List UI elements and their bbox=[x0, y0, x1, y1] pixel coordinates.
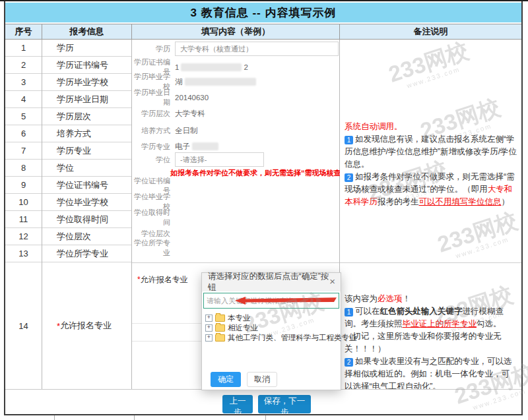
value-prefix: 1 bbox=[175, 63, 179, 71]
content-upper-section: 学历 大学专科（核查通过） 学历证书编号 12 学历毕业学校 湖 学历毕业日期 … bbox=[132, 40, 339, 262]
save-next-step-button[interactable]: 保存，下一步 bbox=[258, 395, 311, 413]
row-label: 学历专业 bbox=[42, 142, 131, 160]
major-tree: + 本专业 + 相近专业 + 其他工学门类、管理科学与工程类专业 bbox=[205, 313, 337, 343]
note-text: 该内容为 bbox=[345, 294, 378, 303]
value-prefix: 电子 bbox=[175, 142, 190, 152]
tree-item-own-major[interactable]: + 本专业 bbox=[205, 313, 337, 323]
row-number: 11 bbox=[5, 211, 42, 228]
row-label: 学历证书编号 bbox=[42, 57, 131, 74]
column-remark: 系统自动调用。 1如发现信息有误，建议点击报名系统左侧“学历信息维护/学位信息维… bbox=[340, 40, 522, 389]
tree-item-label: 相近专业 bbox=[228, 323, 258, 333]
note-red-text: 必选项 bbox=[378, 294, 403, 303]
remark-lower-section: 该内容为必选项！ 1可以在红色箭头处输入关键字进行模糊查询。考生须按照毕业证上的… bbox=[340, 262, 522, 389]
page: 3 教育信息 -- 内容填写示例 序号 报考信息 填写内容（举例） 备注说明 1… bbox=[0, 0, 528, 420]
red-arrow-annotation bbox=[234, 296, 338, 305]
previous-step-button[interactable]: 上一步 bbox=[222, 395, 253, 413]
remark-upper-section: 系统自动调用。 1如发现信息有误，建议点击报名系统左侧“学历信息维护/学位信息维… bbox=[340, 40, 522, 262]
row-label: 学历毕业学校 bbox=[42, 74, 131, 91]
note-text: ） bbox=[502, 197, 510, 206]
row-label: 学位 bbox=[42, 160, 131, 177]
folder-icon bbox=[215, 334, 225, 342]
badge-2-icon: 2 bbox=[345, 173, 353, 182]
row-number: 7 bbox=[5, 142, 42, 160]
table-header-row: 序号 报考信息 填写内容（举例） 备注说明 bbox=[5, 24, 521, 40]
field-label: 学历毕业日期 bbox=[132, 88, 175, 107]
top-border bbox=[0, 0, 528, 1]
remark-note-lower: 该内容为必选项！ 1可以在红色箭头处输入关键字进行模糊查询。考生须按照毕业证上的… bbox=[345, 293, 517, 393]
row-label: 允许报名专业 bbox=[60, 320, 112, 332]
expand-plus-icon[interactable]: + bbox=[205, 315, 213, 322]
row-label: 学历层次 bbox=[42, 108, 131, 125]
row-number: 14 bbox=[5, 262, 42, 389]
field-label: 学历 bbox=[132, 44, 175, 54]
field-label: 学位所学专业 bbox=[132, 238, 175, 258]
header-remark: 备注说明 bbox=[340, 24, 521, 39]
page-title: 3 教育信息 -- 内容填写示例 bbox=[5, 3, 521, 22]
field-value: 20140630 bbox=[175, 94, 209, 102]
confirm-button[interactable]: 确定 bbox=[211, 372, 241, 387]
note-heading: 系统自动调用。 bbox=[345, 122, 403, 131]
tree-item-label: 本专业 bbox=[228, 313, 251, 323]
field-label: 学位层次 bbox=[132, 229, 175, 239]
field-value: 大学专科 bbox=[175, 109, 205, 119]
degree-input[interactable]: 大学专科（核查通过） bbox=[175, 42, 339, 56]
badge-2-icon: 2 bbox=[345, 358, 353, 367]
header-content: 填写内容（举例） bbox=[132, 24, 340, 39]
note-text: 可以在 bbox=[355, 307, 380, 316]
row-label: 学位层次 bbox=[42, 228, 131, 245]
row-label: 学历 bbox=[42, 40, 131, 57]
row-label-required: *允许报名专业 bbox=[42, 262, 131, 389]
field-value: 全日制 bbox=[175, 126, 198, 136]
major-select-dialog: 请选择对应的数据后点击“确定”按钮 × + 本专业 + 相近专业 + 其他工学门… bbox=[201, 272, 341, 390]
cancel-button[interactable]: 取消 bbox=[247, 372, 277, 387]
field-label: 学位 bbox=[132, 155, 175, 165]
close-icon[interactable]: × bbox=[329, 276, 335, 287]
header-seq: 序号 bbox=[5, 24, 42, 39]
step-button-bar: 上一步 保存，下一步 bbox=[5, 389, 521, 414]
field-value: 12 bbox=[175, 63, 248, 71]
row-number: 9 bbox=[5, 177, 42, 194]
row-label: 培养方式 bbox=[42, 125, 131, 142]
row-number: 8 bbox=[5, 160, 42, 177]
row-number: 4 bbox=[5, 91, 42, 108]
degree-select[interactable]: -请选择- bbox=[175, 152, 264, 167]
tree-item-label: 其他工学门类、管理科学与工程类专业 bbox=[228, 333, 357, 343]
expand-plus-icon[interactable]: + bbox=[205, 324, 213, 332]
row-number: 12 bbox=[5, 228, 42, 245]
row-number: 6 bbox=[5, 125, 42, 142]
redacted-block bbox=[192, 142, 218, 150]
note-text: 如发现信息有误，建议点击报名系统左侧“学历信息维护/学位信息维护”新增或修改学历… bbox=[345, 135, 517, 169]
tree-item-similar-major[interactable]: + 相近专业 bbox=[205, 323, 337, 333]
folder-icon bbox=[215, 315, 225, 322]
redacted-block bbox=[185, 78, 256, 86]
note-text: ！ bbox=[403, 294, 411, 303]
row-label: 学历毕业日期 bbox=[42, 91, 131, 108]
row-number: 5 bbox=[5, 108, 42, 125]
expand-plus-icon[interactable]: + bbox=[205, 334, 213, 342]
column-info: 学历 学历证书编号 学历毕业学校 学历毕业日期 学历层次 培养方式 学历专业 学… bbox=[42, 40, 132, 389]
row-label: 学位证书编号 bbox=[42, 177, 131, 194]
note-text: 如果专业表里没有与之匹配的专业，可以选择相似或相近的。例如：机电一体化专业，可以… bbox=[345, 357, 512, 391]
field-label: 允许报名专业 bbox=[141, 275, 188, 284]
badge-1-icon: 1 bbox=[345, 308, 353, 316]
tree-item-other-major[interactable]: + 其他工学门类、管理科学与工程类专业 bbox=[205, 333, 337, 343]
redacted-block bbox=[181, 63, 242, 71]
badge-1-icon: 1 bbox=[345, 136, 353, 144]
row-label: 学位取得时间 bbox=[42, 211, 131, 228]
row-number: 3 bbox=[5, 74, 42, 91]
field-label: 学历层次 bbox=[132, 109, 175, 119]
note-red-underline-text: 毕业证上的所学专业 bbox=[403, 319, 477, 328]
row-label: 学位所学专业 bbox=[42, 245, 131, 262]
folder-icon bbox=[215, 324, 225, 332]
field-value: 电子 bbox=[175, 142, 220, 152]
row-number: 1 bbox=[5, 40, 42, 57]
next-table-sliver bbox=[0, 415, 528, 420]
row-number: 2 bbox=[5, 57, 42, 74]
header-info: 报考信息 bbox=[42, 24, 132, 39]
row-label: 学位毕业学校 bbox=[42, 194, 131, 211]
note-bold-text: 红色箭头处输入关键字 bbox=[380, 307, 463, 316]
field-value: 湖 bbox=[175, 77, 258, 87]
field-label: 培养方式 bbox=[132, 126, 175, 136]
dialog-title-text: 请选择对应的数据后点击“确定”按钮 bbox=[208, 271, 335, 293]
field-label: 学历专业 bbox=[132, 142, 175, 152]
